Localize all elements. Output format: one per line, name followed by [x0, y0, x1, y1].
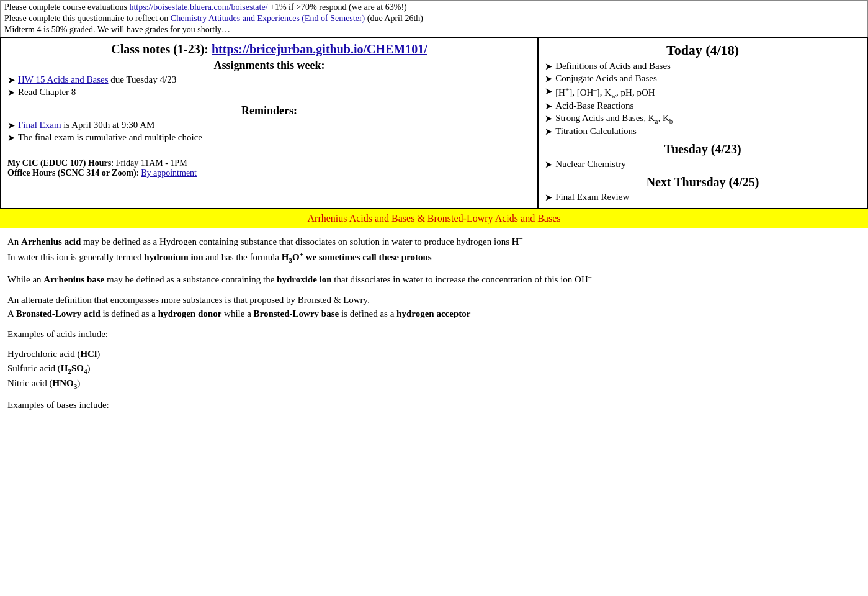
class-notes-title: Class notes (1-23): https://bricejurban.… — [7, 42, 531, 56]
h3o-bold: H3O+ we sometimes call these protons — [282, 252, 432, 262]
today-item-2-text: Conjugate Acids and Bases — [555, 73, 657, 84]
bronsted-intro-para: An alternate definition that encompasses… — [7, 293, 861, 321]
notice-2-link[interactable]: Chemistry Attitudes and Experiences (End… — [171, 14, 365, 23]
office-hours-section: My CIC (EDUC 107) Hours: Friday 11AM - 1… — [7, 158, 531, 178]
notice-1-text-after: +1% if >70% respond (we are at 63%!) — [268, 2, 407, 12]
arrow-icon-7: ➤ — [545, 86, 553, 97]
reminder-item-2: ➤ The final exam is cumulative and multi… — [7, 132, 531, 143]
h-plus-bold: H+ — [512, 237, 523, 246]
arrow-icon-9: ➤ — [545, 113, 553, 124]
class-notes-link[interactable]: https://bricejurban.github.io/CHEM101/ — [212, 42, 427, 56]
tuesday-title: Tuesday (4/23) — [545, 142, 861, 156]
hydroxide-ion-bold: hydroxide ion — [277, 274, 332, 284]
hydronium-bold: hydronium ion — [144, 252, 203, 262]
next-thursday-title: Next Thursday (4/25) — [545, 175, 861, 189]
today-title: Today (4/18) — [545, 42, 861, 58]
tuesday-item-1-text: Nuclear Chemistry — [555, 159, 626, 169]
reminder-2-text: The final exam is cumulative and multipl… — [18, 132, 202, 143]
h-acceptor-bold: hydrogen acceptor — [396, 309, 470, 318]
bl-acid-bold: Bronsted-Lowry acid — [16, 309, 101, 318]
thursday-item-1-text: Final Exam Review — [555, 192, 629, 202]
today-item-6: ➤ Titration Calculations — [545, 126, 861, 137]
office-hours-line: Office Hours (SCNC 314 or Zoom): By appo… — [7, 168, 531, 178]
notice-3-text: Midterm 4 is 50% graded. We will have gr… — [4, 25, 230, 34]
today-item-6-text: Titration Calculations — [555, 126, 637, 137]
assignment-1-text: HW 15 Acids and Bases due Tuesday 4/23 — [18, 74, 176, 85]
yellow-banner: Arrhenius Acids and Bases & Bronsted-Low… — [0, 209, 868, 228]
hcl-bold: HCl — [80, 349, 97, 359]
content-area: An Arrhenius acid may be defined as a Hy… — [0, 228, 868, 423]
arrhenius-base-para: While an Arrhenius base may be defined a… — [7, 271, 861, 287]
today-item-2: ➤ Conjugate Acids and Bases — [545, 73, 861, 84]
today-item-3-text: [H+], [OH–], Kw, pH, pOH — [555, 86, 655, 99]
notice-1-text-before: Please complete course evaluations — [4, 2, 129, 12]
class-notes-label: Class notes (1-23): — [111, 42, 212, 56]
today-item-4: ➤ Acid-Base Reactions — [545, 101, 861, 112]
notice-3: Midterm 4 is 50% graded. We will have gr… — [4, 24, 864, 35]
arrow-icon-1: ➤ — [7, 74, 16, 86]
arrow-icon-4: ➤ — [7, 132, 16, 143]
arrow-icon-11: ➤ — [545, 159, 553, 170]
examples-bases-label: Examples of bases include: — [7, 398, 861, 412]
arrhenius-base-bold: Arrhenius base — [43, 274, 104, 284]
appointment-link[interactable]: By appointment — [141, 168, 197, 178]
examples-acids-label: Examples of acids include: — [7, 327, 861, 341]
notice-2-text-after: (due April 26th) — [365, 14, 423, 23]
assignments-title: Assignments this week: — [7, 59, 531, 72]
today-item-3: ➤ [H+], [OH–], Kw, pH, pOH — [545, 86, 861, 99]
examples-acids-list: Hydrochloric acid (HCl) Sulfuric acid (H… — [7, 347, 861, 392]
hno3-bold: HNO3 — [52, 378, 77, 388]
assignment-item-1: ➤ HW 15 Acids and Bases due Tuesday 4/23 — [7, 74, 531, 86]
arrow-icon-2: ➤ — [7, 87, 16, 98]
assignment-item-2: ➤ Read Chapter 8 — [7, 87, 531, 98]
reminder-1-text: Final Exam is April 30th at 9:30 AM — [18, 120, 154, 130]
left-column: Class notes (1-23): https://bricejurban.… — [1, 38, 538, 209]
arrhenius-acid-bold: Arrhenius acid — [21, 237, 81, 246]
right-column: Today (4/18) ➤ Definitions of Acids and … — [538, 38, 867, 209]
notice-1-link[interactable]: https://boisestate.bluera.com/boisestate… — [129, 2, 267, 12]
arrow-icon-8: ➤ — [545, 101, 553, 112]
reminder-item-1: ➤ Final Exam is April 30th at 9:30 AM — [7, 120, 531, 131]
cic-hours: My CIC (EDUC 107) Hours: Friday 11AM - 1… — [7, 158, 531, 168]
arrow-icon-6: ➤ — [545, 73, 553, 84]
arrow-icon-5: ➤ — [545, 61, 553, 72]
today-item-1: ➤ Definitions of Acids and Bases — [545, 61, 861, 72]
arrhenius-acid-para: An Arrhenius acid may be defined as a Hy… — [7, 233, 861, 265]
notice-1: Please complete course evaluations https… — [4, 2, 864, 13]
thursday-item-1: ➤ Final Exam Review — [545, 192, 861, 203]
assignment-2-text: Read Chapter 8 — [18, 87, 76, 97]
final-exam-link[interactable]: Final Exam — [18, 120, 61, 130]
today-item-5-text: Strong Acids and Bases, Ka, Kb — [555, 113, 673, 125]
top-notices: Please complete course evaluations https… — [0, 0, 868, 37]
arrow-icon-3: ➤ — [7, 120, 16, 131]
h-donor-bold: hydrogen donor — [158, 309, 222, 318]
h2so4-bold: H2SO4 — [61, 363, 87, 373]
today-item-5: ➤ Strong Acids and Bases, Ka, Kb — [545, 113, 861, 125]
notice-2: Please complete this questionnaire to re… — [4, 13, 864, 24]
notice-2-text-before: Please complete this questionnaire to re… — [4, 14, 171, 23]
tuesday-item-1: ➤ Nuclear Chemistry — [545, 159, 861, 170]
arrow-icon-10: ➤ — [545, 126, 553, 137]
arrow-icon-12: ➤ — [545, 192, 553, 203]
today-item-4-text: Acid-Base Reactions — [555, 101, 633, 111]
today-item-1-text: Definitions of Acids and Bases — [555, 61, 671, 71]
reminders-title: Reminders: — [7, 104, 531, 117]
bl-base-bold: Bronsted-Lowry base — [254, 309, 339, 318]
main-table: Class notes (1-23): https://bricejurban.… — [0, 37, 868, 209]
hw15-link[interactable]: HW 15 Acids and Bases — [18, 74, 109, 84]
